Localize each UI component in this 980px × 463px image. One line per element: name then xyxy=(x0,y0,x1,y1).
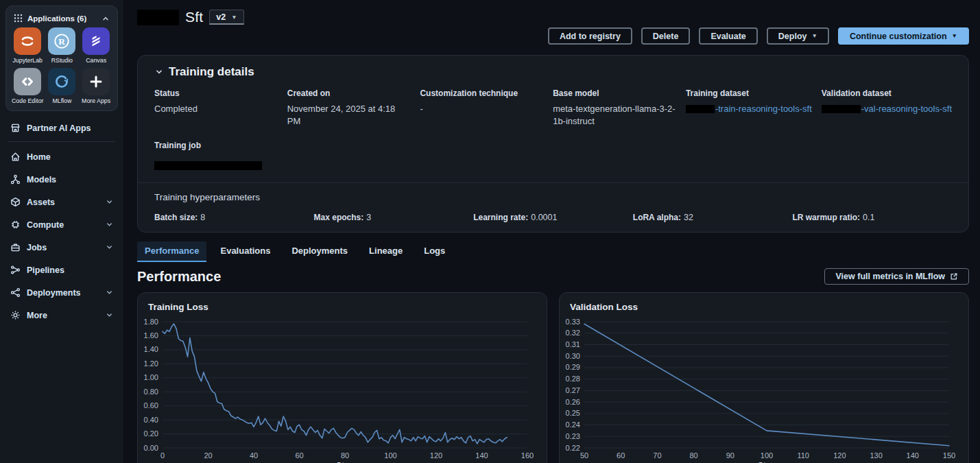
field-customization-technique: Customization technique - xyxy=(420,88,543,127)
svg-text:70: 70 xyxy=(653,451,661,460)
svg-text:160: 160 xyxy=(521,451,534,460)
svg-text:100: 100 xyxy=(384,451,396,460)
training-dataset-link[interactable]: -train-reasoning-tools-sft xyxy=(686,103,812,115)
applications-panel: Applications (6) JupyterLab R RStudio xyxy=(5,5,118,111)
sidebar-item-compute[interactable]: Compute xyxy=(0,213,123,236)
page-title: Sft xyxy=(185,9,203,25)
jupyterlab-icon xyxy=(14,27,41,55)
svg-text:1.80: 1.80 xyxy=(144,318,158,326)
hp-lr-warmup-ratio: LR warmup ratio:0.1 xyxy=(792,213,952,222)
chevron-down-icon xyxy=(106,221,113,228)
delete-button[interactable]: Delete xyxy=(641,27,691,45)
plus-icon xyxy=(82,68,110,95)
svg-text:80: 80 xyxy=(341,451,349,460)
deploy-button[interactable]: Deploy ▼ xyxy=(767,27,829,45)
validation-dataset-link[interactable]: -val-reasoning-tools-sft xyxy=(822,103,952,115)
svg-text:0.22: 0.22 xyxy=(566,444,580,452)
svg-text:0.28: 0.28 xyxy=(566,375,580,383)
assets-icon xyxy=(10,197,21,207)
version-select[interactable]: v2 ▼ xyxy=(209,10,243,25)
pipelines-icon xyxy=(10,265,21,275)
tab-lineage[interactable]: Lineage xyxy=(361,241,410,262)
sidebar-item-deployments[interactable]: Deployments xyxy=(0,281,123,304)
validation-loss-chart: 0.220.230.240.250.260.270.280.290.300.31… xyxy=(560,316,960,463)
tab-performance[interactable]: Performance xyxy=(137,241,206,262)
performance-heading: Performance xyxy=(137,269,221,285)
add-to-registry-button[interactable]: Add to registry xyxy=(548,27,632,45)
svg-text:140: 140 xyxy=(475,451,488,460)
continue-customization-button[interactable]: Continue customization ▼ xyxy=(838,27,969,45)
svg-text:0.30: 0.30 xyxy=(566,352,580,360)
sidebar-item-partner-ai-apps[interactable]: Partner AI Apps xyxy=(0,117,123,139)
svg-text:1.00: 1.00 xyxy=(144,373,158,381)
section-title: Training details xyxy=(169,65,254,79)
chevron-down-icon xyxy=(154,67,164,77)
training-loss-card: Training Loss 0.000.200.400.600.801.001.… xyxy=(137,292,547,463)
hyperparameters-title: Training hyperparameters xyxy=(154,192,952,202)
evaluate-button[interactable]: Evaluate xyxy=(699,27,757,45)
sidebar-item-models[interactable]: Models xyxy=(0,168,123,191)
tab-evaluations[interactable]: Evaluations xyxy=(213,241,278,262)
field-validation-dataset: Validation dataset -val-reasoning-tools-… xyxy=(822,88,952,127)
hp-max-epochs: Max epochs:3 xyxy=(314,213,474,222)
briefcase-icon xyxy=(10,242,21,252)
page-header: Sft v2 ▼ Add to registry Delete Evaluate… xyxy=(123,0,980,49)
mlflow-icon xyxy=(48,68,75,95)
svg-text:1.60: 1.60 xyxy=(144,331,158,340)
tab-deployments[interactable]: Deployments xyxy=(284,241,355,262)
redacted-dataset-prefix xyxy=(686,105,715,113)
chevron-down-icon xyxy=(106,289,113,296)
rstudio-icon: R xyxy=(48,27,75,55)
tab-logs[interactable]: Logs xyxy=(416,241,453,262)
share-nodes-icon xyxy=(10,287,21,298)
field-status: Status Completed xyxy=(154,88,278,127)
field-created-on: Created on November 24, 2025 at 4:18 PM xyxy=(287,88,411,127)
svg-text:0.20: 0.20 xyxy=(144,429,158,438)
sidebar-item-jobs[interactable]: Jobs xyxy=(0,236,123,259)
left-sidebar: Applications (6) JupyterLab R RStudio xyxy=(0,0,123,463)
app-mlflow[interactable]: MLflow xyxy=(46,68,77,104)
chevron-down-icon: ▼ xyxy=(231,14,237,21)
svg-text:150: 150 xyxy=(943,451,955,460)
code-editor-icon xyxy=(14,68,41,95)
collapse-applications-icon[interactable] xyxy=(101,14,110,23)
svg-text:0.60: 0.60 xyxy=(144,401,158,409)
view-full-metrics-mlflow-button[interactable]: View full metrics in MLflow xyxy=(824,268,969,285)
svg-text:60: 60 xyxy=(295,451,303,460)
svg-text:50: 50 xyxy=(580,451,588,460)
app-more-apps[interactable]: More Apps xyxy=(80,68,112,104)
sidebar-item-assets[interactable]: Assets xyxy=(0,191,123,213)
svg-text:0.26: 0.26 xyxy=(566,398,580,406)
hp-learning-rate: Learning rate:0.0001 xyxy=(473,213,633,222)
svg-text:120: 120 xyxy=(833,451,846,460)
svg-text:0.31: 0.31 xyxy=(566,340,580,348)
app-code-editor[interactable]: Code Editor xyxy=(12,68,43,104)
svg-text:110: 110 xyxy=(797,451,809,460)
svg-text:0.32: 0.32 xyxy=(566,329,580,337)
field-training-dataset: Training dataset -train-reasoning-tools-… xyxy=(686,88,812,127)
svg-text:1.20: 1.20 xyxy=(144,359,158,368)
app-rstudio[interactable]: R RStudio xyxy=(46,27,77,64)
app-jupyterlab[interactable]: JupyterLab xyxy=(12,27,43,64)
training-details-expander[interactable]: Training details xyxy=(154,65,952,79)
chevron-down-icon xyxy=(106,244,113,251)
training-loss-chart: 0.000.200.400.600.801.001.201.401.601.80… xyxy=(138,316,538,463)
svg-text:0.80: 0.80 xyxy=(144,388,158,396)
app-canvas[interactable]: Canvas xyxy=(80,27,112,64)
validation-loss-card: Validation Loss 0.220.230.240.250.260.27… xyxy=(559,292,969,463)
chart-title: Training Loss xyxy=(138,293,547,316)
svg-text:60: 60 xyxy=(617,451,625,460)
storefront-icon xyxy=(10,123,21,133)
field-base-model: Base model meta-textgeneration-llama-3-2… xyxy=(553,88,676,127)
sidebar-item-more[interactable]: More xyxy=(0,304,123,327)
sidebar-divider xyxy=(8,141,115,142)
divider xyxy=(138,182,968,183)
svg-text:20: 20 xyxy=(204,451,212,460)
svg-text:0.29: 0.29 xyxy=(566,363,580,371)
svg-text:1.40: 1.40 xyxy=(144,345,158,353)
sidebar-item-pipelines[interactable]: Pipelines xyxy=(0,259,123,281)
svg-text:120: 120 xyxy=(430,451,442,460)
chevron-down-icon: ▼ xyxy=(952,33,957,39)
home-icon xyxy=(10,152,21,162)
sidebar-item-home[interactable]: Home xyxy=(0,145,123,168)
